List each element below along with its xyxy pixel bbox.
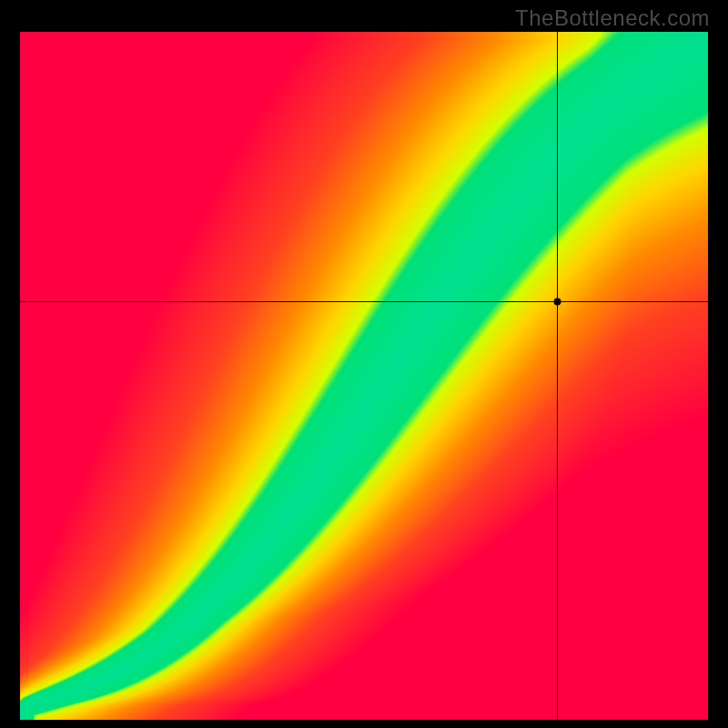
plot-container xyxy=(20,32,708,720)
bottleneck-heatmap xyxy=(20,32,708,720)
chart-frame: TheBottleneck.com xyxy=(0,0,728,728)
watermark-text: TheBottleneck.com xyxy=(515,5,710,31)
